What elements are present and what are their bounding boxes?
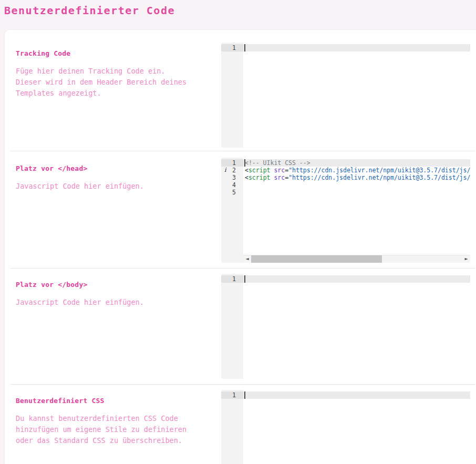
code-token-tag: script (249, 174, 271, 181)
text-cursor (244, 44, 245, 51)
code-line[interactable]: <script src="https://cdn.jsdelivr.net/np… (243, 174, 470, 181)
line-number: 1 (221, 44, 243, 51)
code-token-tag: script (249, 167, 271, 174)
line-number: 1 (221, 391, 243, 399)
section-info: Tracking Code Füge hier deinen Tracking … (5, 43, 221, 99)
page-title: Benutzerdefinierter Code (4, 4, 175, 17)
text-cursor (244, 391, 245, 399)
code-line[interactable] (243, 44, 470, 51)
code-token-string: "https://cdn.jsdelivr.net/npm/uikit@3.5.… (288, 167, 470, 174)
line-number: 4 (221, 181, 243, 189)
line-number: 3 (221, 174, 243, 181)
section-custom-css: Benutzerdefiniert CSS Du kannst benutzer… (5, 385, 476, 464)
editor-code-area[interactable] (243, 274, 470, 379)
code-line[interactable]: <!-- UIkit CSS --> (243, 159, 470, 167)
code-editor-css[interactable]: 1 (221, 390, 470, 464)
section-heading: Platz vor </head> (16, 164, 194, 172)
section-description: Javascript Code hier einfügen. (16, 297, 194, 308)
code-token-bracket: < (245, 174, 249, 181)
code-editor-head[interactable]: 12345i <!-- UIkit CSS --><script src="ht… (221, 158, 470, 263)
scroll-right-icon[interactable]: ► (462, 255, 470, 263)
settings-card: Tracking Code Füge hier deinen Tracking … (4, 29, 476, 464)
editor-code-area[interactable] (243, 390, 470, 464)
section-info: Platz vor </head> Javascript Code hier e… (5, 158, 221, 192)
line-number: 1 (221, 159, 243, 167)
code-line[interactable] (243, 391, 470, 399)
scrollbar-track[interactable] (251, 255, 462, 263)
editor-code-area[interactable] (243, 43, 470, 148)
text-cursor (244, 159, 245, 167)
editor-gutter: 1 (221, 274, 243, 379)
code-token-string: "https://cdn.jsdelivr.net/npm/uikit@3.5.… (288, 174, 470, 181)
code-line[interactable]: <script src="https://cdn.jsdelivr.net/np… (243, 167, 470, 174)
text-cursor (244, 275, 245, 283)
section-info: Benutzerdefiniert CSS Du kannst benutzer… (5, 390, 221, 446)
section-tracking-code: Tracking Code Füge hier deinen Tracking … (5, 30, 476, 151)
scrollbar-thumb[interactable] (251, 255, 382, 263)
info-marker-icon[interactable]: i (224, 167, 226, 174)
code-token-comment: <!-- UIkit CSS --> (245, 159, 311, 167)
code-token-attr: src (274, 174, 285, 181)
code-line[interactable] (243, 189, 470, 196)
code-token-attr: src (274, 167, 285, 174)
section-info: Platz vor </body> Javascript Code hier e… (5, 274, 221, 308)
code-editor-body[interactable]: 1 (221, 274, 470, 379)
section-heading: Tracking Code (16, 49, 194, 57)
section-description: Javascript Code hier einfügen. (16, 181, 194, 192)
editor-code-area[interactable]: <!-- UIkit CSS --><script src="https://c… (243, 158, 470, 263)
line-number: 5 (221, 189, 243, 196)
code-line[interactable] (243, 181, 470, 189)
section-heading: Benutzerdefiniert CSS (16, 397, 194, 405)
editor-gutter: 12345i (221, 158, 243, 263)
section-description: Du kannst benutzerdefinierten CSS Code h… (16, 413, 194, 446)
line-number: 1 (221, 275, 243, 283)
section-description: Füge hier deinen Tracking Code ein. Dies… (16, 66, 194, 99)
section-head-code: Platz vor </head> Javascript Code hier e… (5, 151, 476, 268)
editor-gutter: 1 (221, 390, 243, 464)
horizontal-scrollbar[interactable]: ◄► (243, 255, 470, 263)
code-editor-tracking[interactable]: 1 (221, 43, 470, 148)
editor-gutter: 1 (221, 43, 243, 148)
code-token-bracket: < (245, 167, 249, 174)
section-body-code: Platz vor </body> Javascript Code hier e… (5, 269, 476, 384)
section-heading: Platz vor </body> (16, 281, 194, 288)
code-line[interactable] (243, 275, 470, 283)
scroll-left-icon[interactable]: ◄ (243, 255, 251, 263)
